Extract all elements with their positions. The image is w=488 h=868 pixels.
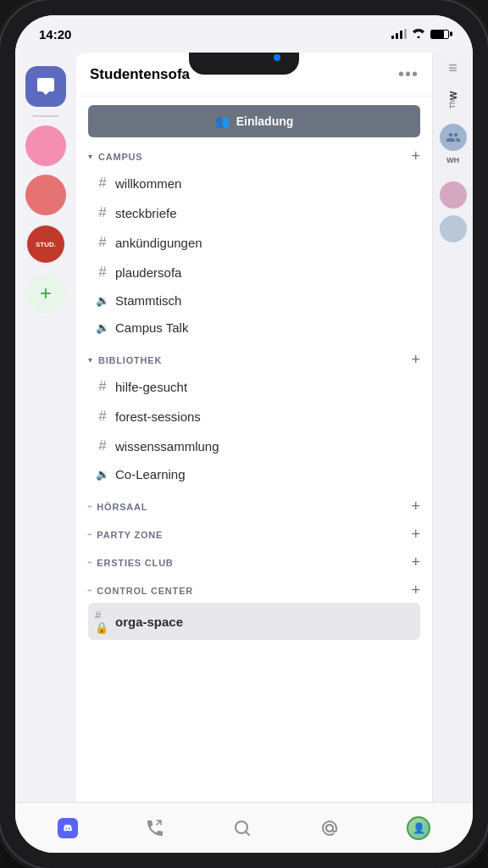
tab-discord[interactable] [44, 811, 92, 845]
channel-name: willkommen [115, 176, 181, 191]
category-hoersaal-label: HÖRSAAL [97, 502, 147, 512]
channel-forest-sessions[interactable]: # forest-sessions [88, 402, 420, 431]
notch-dot [274, 54, 280, 61]
tab-profile[interactable]: 👤 [393, 810, 444, 847]
category-control-add-icon[interactable]: + [411, 581, 420, 599]
sidebar-item-chat[interactable] [25, 66, 66, 107]
category-partyzone-left: › PARTY ZONE [88, 530, 163, 540]
channel-name: plaudersofa [115, 265, 181, 280]
peek-avatar-1 [440, 181, 467, 209]
category-control-header[interactable]: › CONTROL CENTER + [88, 581, 420, 599]
wifi-icon [412, 28, 425, 41]
search-icon [232, 818, 252, 838]
hash-icon: # [95, 408, 110, 425]
add-server-icon: + [40, 281, 52, 305]
speaker-icon: 🔉 [95, 321, 110, 334]
channel-plaudersofa[interactable]: # plaudersofa [88, 258, 420, 287]
peek-members-icon [440, 124, 467, 151]
category-hoersaal-left: › HÖRSAAL [88, 502, 147, 512]
studenten-logo: STUD. [27, 225, 64, 263]
channel-panel[interactable]: Studentensofa ••• 👥 Einladung ▾ CAMPUS [76, 53, 432, 802]
channel-stammtisch[interactable]: 🔉 Stammtisch [88, 287, 420, 314]
chevron-down-icon: ▾ [88, 355, 92, 364]
peek-wh-label: WH [446, 156, 459, 164]
status-icons [391, 28, 449, 41]
chevron-down-icon: ▾ [88, 152, 92, 161]
category-partyzone-add-icon[interactable]: + [411, 526, 420, 543]
category-bibliothek-add-icon[interactable]: + [411, 351, 420, 369]
phone-frame: 14:20 [0, 0, 488, 868]
server-name: Studentensofa [90, 66, 190, 83]
channel-ankuendigungen[interactable]: # ankündigungen [88, 228, 420, 257]
category-campus-label: CAMPUS [98, 152, 142, 162]
category-bibliothek-header[interactable]: ▾ BIBLIOTHEK + [88, 351, 420, 369]
category-partyzone-label: PARTY ZONE [97, 530, 163, 540]
category-hoersaal-header[interactable]: › HÖRSAAL + [88, 498, 420, 515]
channel-wissenssammlung[interactable]: # wissenssammlung [88, 431, 420, 460]
category-control-left: › CONTROL CENTER [88, 586, 193, 596]
channel-willkommen[interactable]: # willkommen [88, 169, 420, 198]
server-divider [32, 115, 59, 117]
speaker-icon: 🔉 [95, 294, 110, 307]
category-hoersaal: › HÖRSAAL + [76, 498, 432, 515]
hash-icon: # [95, 234, 110, 251]
hamburger-icon: ≡ [448, 59, 458, 77]
channel-co-learning[interactable]: 🔉 Co-Learning [88, 461, 420, 487]
sidebar-item-server1[interactable] [25, 125, 66, 166]
category-ersties-header[interactable]: › ERSTIES CLUB + [88, 554, 420, 571]
mentions-icon [319, 818, 340, 838]
category-bibliothek-left: ▾ BIBLIOTHEK [88, 355, 162, 365]
channel-name: orga-space [115, 615, 183, 629]
category-partyzone-header[interactable]: › PARTY ZONE + [88, 526, 420, 543]
discord-icon [58, 818, 78, 838]
hash-icon: # [95, 378, 110, 395]
category-campus: ▾ CAMPUS + # willkommen # steckbriefe [76, 147, 432, 341]
sidebar-item-server2[interactable] [25, 175, 66, 215]
channel-name: Stammtisch [115, 293, 181, 308]
channel-name: steckbriefe [115, 206, 177, 220]
more-options-button[interactable]: ••• [398, 64, 419, 84]
category-control-label: CONTROL CENTER [97, 586, 193, 596]
hash-icon: # [95, 175, 110, 192]
hash-icon: # [95, 204, 110, 221]
channel-campus-talk[interactable]: 🔉 Campus Talk [88, 314, 420, 341]
chevron-right-icon: › [85, 505, 94, 508]
channel-name: Co-Learning [115, 467, 186, 481]
signal-bars-icon [391, 29, 407, 39]
channel-orga-space[interactable]: #🔒 orga-space [88, 603, 420, 640]
category-campus-add-icon[interactable]: + [411, 147, 420, 165]
category-campus-left: ▾ CAMPUS [88, 152, 142, 162]
category-partyzone: › PARTY ZONE + [76, 526, 432, 543]
peek-subtitle: Th [448, 100, 457, 109]
category-ersties-left: › ERSTIES CLUB [88, 558, 174, 568]
tab-bar: 👤 [15, 802, 473, 853]
category-ersties-add-icon[interactable]: + [411, 554, 420, 571]
category-bibliothek-label: BIBLIOTHEK [98, 355, 162, 365]
right-peek-panel: ≡ W Th WH [432, 53, 473, 802]
sidebar-item-add[interactable]: + [25, 273, 66, 314]
channel-name: forest-sessions [115, 409, 201, 424]
speaker-icon: 🔉 [95, 468, 110, 481]
channel-name: ankündigungen [115, 236, 202, 250]
battery-icon [430, 30, 449, 39]
category-campus-header[interactable]: ▾ CAMPUS + [88, 147, 420, 165]
invite-icon: 👥 [215, 114, 230, 128]
category-ersties: › ERSTIES CLUB + [76, 554, 432, 571]
tab-search[interactable] [219, 811, 266, 845]
hash-icon: # [95, 437, 110, 454]
sidebar-item-studenten[interactable]: STUD. [25, 224, 66, 264]
status-bar: 14:20 [15, 15, 473, 53]
invite-button[interactable]: 👥 Einladung [88, 105, 420, 137]
channel-steckbriefe[interactable]: # steckbriefe [88, 198, 420, 227]
phone-screen: 14:20 [15, 15, 473, 853]
tab-calls[interactable] [131, 811, 179, 845]
chevron-right-icon: › [85, 589, 94, 592]
tab-mentions[interactable] [306, 811, 353, 845]
category-hoersaal-add-icon[interactable]: + [411, 498, 420, 515]
channel-name: hilfe-gesucht [115, 380, 187, 394]
channel-hilfe-gesucht[interactable]: # hilfe-gesucht [88, 372, 420, 401]
status-time: 14:20 [39, 27, 71, 42]
main-content: STUD. + Studentensofa ••• 👥 Einladung [15, 53, 473, 802]
calls-icon [145, 818, 165, 838]
invite-label: Einladung [236, 114, 294, 128]
